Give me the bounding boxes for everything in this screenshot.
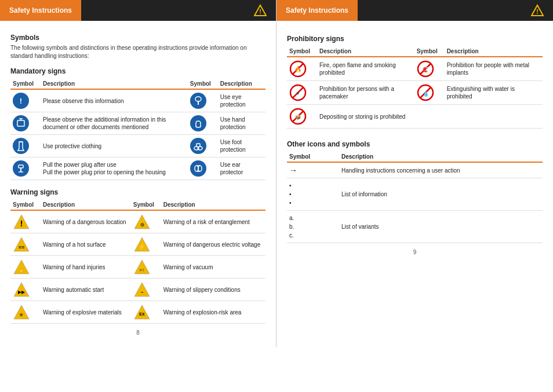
warn-icon-6: ≈↑ (131, 256, 161, 279)
prohib-desc-4: Extinguishing with water is prohibited (445, 81, 543, 105)
other-icons-section: Other icons and symbols Symbol Descripti… (287, 140, 543, 243)
prohib-icon-3: ♥ (287, 81, 317, 105)
mandatory-desc-3: Please observe the additional informatio… (41, 112, 188, 135)
warn-icon-7: ▶▶ (10, 279, 41, 301)
symbols-desc: The following symbols and distinctions i… (10, 44, 265, 60)
other-desc-2: List of information (339, 178, 543, 211)
mandatory-icon-6 (188, 135, 218, 157)
warn-desc-7: Warning automatic start (41, 279, 131, 301)
page-number-right: 9 (287, 249, 543, 255)
svg-text:EX: EX (139, 312, 145, 316)
warn-icon-8: ~ (131, 279, 161, 301)
other-icons-table: Symbol Description → Handling instructio… (287, 152, 543, 243)
mandatory-signs-section: Mandatory signs Symbol Description Symbo… (10, 67, 265, 180)
prohib-desc-6 (445, 105, 543, 129)
table-row: Pull the power plug after usePull the po… (10, 157, 265, 180)
page-right: Safety Instructions ! Prohibitory signs … (276, 0, 553, 347)
table-row: ≡≡ Warning of a hot surface ⚡ Warning of… (10, 233, 265, 256)
table-row: Use protective clothing Use foot protect… (10, 135, 265, 157)
warn-desc-10: Warning of explosion-risk area (161, 301, 265, 324)
svg-text:≡≡: ≡≡ (19, 244, 25, 250)
pcol-desc-1: Description (317, 46, 414, 57)
prohib-icon-6 (414, 105, 445, 129)
mandatory-icon-1: ! (10, 89, 41, 112)
table-row: 🔥 Fire, open flame and smoking prohibite… (287, 57, 543, 81)
other-symbol-1: → (287, 162, 339, 178)
warn-icon-4: ⚡ (131, 233, 161, 256)
svg-point-14 (191, 138, 206, 153)
prohib-icon-1: 🔥 (287, 57, 317, 81)
ocol-desc: Description (339, 152, 543, 162)
table-row: ♥ Prohibition for persons with a pacemak… (287, 81, 543, 105)
col-desc-2: Description (218, 79, 265, 89)
prohib-icon-2: 🧲 (414, 57, 445, 81)
table-row: a.b.c. List of variants (287, 211, 543, 243)
prohib-desc-1: Fire, open flame and smoking prohibited (317, 57, 414, 81)
svg-point-7 (13, 116, 28, 131)
mandatory-icon-3 (10, 112, 41, 135)
symbols-title: Symbols (10, 34, 265, 42)
left-header-title: Safety Instructions (0, 0, 81, 21)
left-content: Symbols The following symbols and distin… (0, 21, 276, 336)
prohibitory-signs-title: Prohibitory signs (287, 35, 543, 43)
table-row: ✳ Warning of explosive materials EX Warn… (10, 301, 265, 324)
svg-text:!: ! (20, 97, 22, 105)
svg-text:💧: 💧 (422, 90, 429, 97)
prohib-icon-4: 💧 (414, 81, 445, 105)
warn-desc-2: Warning of a risk of entanglement (161, 210, 265, 233)
prohib-desc-2: Prohibition for people with metal implan… (445, 57, 543, 81)
mandatory-icon-7 (10, 157, 41, 180)
mandatory-icon-5 (10, 135, 41, 157)
warn-icon-5: ✋ (10, 256, 41, 279)
table-row: ! Warning of a dangerous location ⚙ Warn… (10, 210, 265, 233)
wcol-desc-1: Description (41, 200, 131, 210)
warn-icon-10: EX (131, 301, 161, 324)
mandatory-desc-8: Use ear protector (218, 157, 265, 180)
mandatory-icon-4 (188, 112, 218, 135)
svg-text:🔥: 🔥 (294, 65, 302, 73)
other-symbol-3: a.b.c. (287, 211, 339, 243)
other-desc-1: Handling instructions concerning a user … (339, 162, 543, 178)
table-row: ✋ Warning of hand injuries ≈↑ Warning of… (10, 256, 265, 279)
svg-text:≈↑: ≈↑ (140, 268, 144, 273)
warn-icon-3: ≡≡ (10, 233, 41, 256)
col-symbol-2: Symbol (188, 79, 218, 89)
table-row: ▶▶ Warning automatic start ~ Warning of … (10, 279, 265, 301)
pcol-symbol-2: Symbol (414, 46, 445, 57)
svg-text:♥: ♥ (296, 90, 299, 96)
warn-desc-8: Warning of slippery conditions (161, 279, 265, 301)
warn-icon-1: ! (10, 210, 41, 233)
mandatory-desc-7: Pull the power plug after usePull the po… (41, 157, 188, 180)
table-row: ! Please observe this information Use ey… (10, 89, 265, 112)
wcol-symbol-2: Symbol (131, 200, 161, 210)
warn-icon-9: ✳ (10, 301, 41, 324)
mandatory-desc-2: Use eye protection (218, 89, 265, 112)
warning-signs-section: Warning signs Symbol Description Symbol … (10, 188, 265, 324)
warn-desc-6: Warning of vacuum (161, 256, 265, 279)
pcol-symbol-1: Symbol (287, 46, 317, 57)
warning-signs-title: Warning signs (10, 188, 265, 196)
svg-text:📦: 📦 (295, 114, 301, 120)
svg-text:!: ! (20, 219, 23, 228)
warn-desc-3: Warning of a hot surface (41, 233, 131, 256)
svg-point-11 (191, 116, 206, 131)
mandatory-desc-5: Use protective clothing (41, 135, 188, 157)
svg-text:🧲: 🧲 (423, 67, 428, 72)
prohibitory-signs-section: Prohibitory signs Symbol Description Sym… (287, 35, 543, 129)
svg-point-4 (191, 93, 206, 108)
svg-text:▶▶: ▶▶ (18, 290, 26, 295)
warn-desc-5: Warning of hand injuries (41, 256, 131, 279)
table-row: ••• List of information (287, 178, 543, 211)
svg-text:~: ~ (140, 290, 143, 295)
other-icons-title: Other icons and symbols (287, 140, 543, 148)
warn-desc-9: Warning of explosive materials (41, 301, 131, 324)
right-header-title: Safety Instructions (276, 0, 358, 21)
mandatory-desc-6: Use foot protection (218, 135, 265, 157)
other-desc-3: List of variants (339, 211, 543, 243)
col-symbol-1: Symbol (10, 79, 41, 89)
warning-icon-right: ! (531, 4, 544, 17)
wcol-symbol-1: Symbol (10, 200, 41, 210)
svg-text:⚙: ⚙ (140, 222, 144, 228)
table-row: 📦 Depositing or storing is prohibited (287, 105, 543, 129)
pcol-desc-2: Description (445, 46, 543, 57)
